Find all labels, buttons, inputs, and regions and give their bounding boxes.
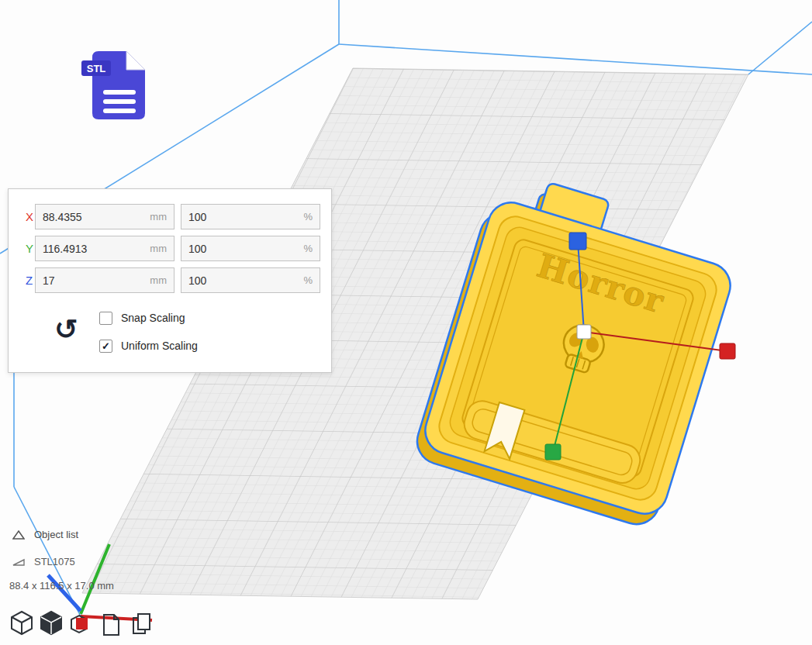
- axis-y-label: Y: [26, 242, 33, 255]
- object-type-icon: [12, 557, 25, 567]
- object-dimensions-label: 88.4 x 116.5 x 17.0 mm: [9, 580, 114, 592]
- object-list-header[interactable]: Object list: [12, 529, 78, 540]
- object-list-title: Object list: [34, 529, 78, 540]
- gizmo-z-handle[interactable]: [569, 233, 586, 250]
- file-line: [103, 99, 136, 104]
- uniform-scaling-label: Uniform Scaling: [121, 340, 198, 352]
- file-fold-corner: [126, 51, 145, 70]
- z-percent-field: %: [181, 267, 320, 293]
- snap-scaling-label: Snap Scaling: [121, 312, 185, 324]
- y-percent-field: %: [181, 236, 320, 261]
- toolbar-button-copy[interactable]: [133, 614, 150, 633]
- stl-file-icon[interactable]: STL: [80, 48, 151, 126]
- y-size-input[interactable]: [35, 236, 174, 261]
- chevron-up-icon: [12, 529, 25, 540]
- uniform-scaling-row: ✓ Uniform Scaling: [99, 337, 198, 354]
- object-item-name: STL1075: [34, 556, 75, 567]
- scale-tool-panel: X mm % Y mm % Z mm % ↺: [8, 188, 332, 373]
- file-outline-icon: [104, 615, 119, 635]
- reset-scale-button[interactable]: ↺: [50, 315, 81, 346]
- x-percent-field: %: [181, 204, 320, 229]
- y-percent-input[interactable]: [181, 236, 320, 261]
- x-size-field: mm: [35, 204, 174, 229]
- cube-wireframe-icon-edges: [12, 617, 32, 634]
- z-size-input[interactable]: [35, 267, 174, 293]
- file-badge-label: STL: [87, 63, 106, 74]
- x-percent-input[interactable]: [181, 204, 320, 229]
- gizmo-center-handle[interactable]: [577, 325, 591, 339]
- toolbar-button-file[interactable]: [104, 615, 119, 635]
- file-line: [103, 90, 136, 95]
- gizmo-x-handle[interactable]: [720, 343, 735, 359]
- snap-scaling-checkbox[interactable]: [99, 312, 112, 325]
- toolbar-button-solid[interactable]: [41, 612, 61, 634]
- z-percent-input[interactable]: [181, 267, 320, 293]
- gizmo-y-handle[interactable]: [545, 444, 561, 460]
- view-toolbar: [6, 609, 171, 643]
- z-size-field: mm: [35, 267, 174, 293]
- copy-icon-front: [138, 614, 150, 629]
- x-size-input[interactable]: [35, 204, 174, 229]
- scale-row-y: Y mm %: [9, 236, 331, 261]
- object-list-item[interactable]: STL1075: [12, 556, 75, 567]
- scale-row-x: X mm %: [9, 204, 331, 229]
- uniform-scaling-checkbox[interactable]: ✓: [99, 340, 112, 353]
- toolbar-button-wireframe[interactable]: [12, 612, 32, 634]
- scale-row-z: Z mm %: [9, 267, 331, 293]
- y-size-field: mm: [35, 236, 174, 261]
- origin-cube: [76, 618, 88, 629]
- axis-x-label: X: [26, 210, 33, 223]
- axis-z-label: Z: [26, 274, 33, 287]
- snap-scaling-row: Snap Scaling: [99, 309, 185, 326]
- file-line: [103, 109, 136, 113]
